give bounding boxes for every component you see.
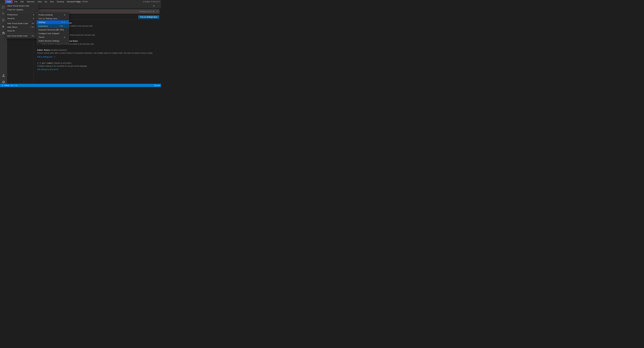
submenu-settings-shortcut: ⌘, [62, 21, 64, 23]
menu-quit[interactable]: Quit Visual Studio Code ⌘Q [6, 34, 38, 38]
setting-git-commit-title: { } git-commit (Applies to all profiles) [37, 62, 158, 64]
tab-more-btn[interactable]: ··· [156, 4, 160, 7]
setting-rulers-link[interactable]: Edit in settings.json [37, 56, 52, 58]
code-menu-dropdown: About Visual Studio Code Check for Updat… [5, 3, 38, 38]
menu-sep-3 [6, 33, 38, 33]
setting-rulers-title: Editor: Rulers (Modified elsewhere) [37, 49, 158, 51]
submenu-theme[interactable]: Theme ▶ [37, 35, 69, 39]
status-warnings: ⚠ 0 [14, 84, 17, 86]
submenu-theme-label: Theme [38, 36, 44, 38]
setting-rulers-desc: Render vertical rulers after a certain n… [37, 52, 158, 54]
clock: Fri Oct 13 4: [151, 1, 160, 2]
status-right: Go Live [154, 84, 160, 86]
setting-rulers-modified: (Modified elsewhere) [50, 49, 67, 51]
sync-button[interactable]: Turn on Settings Sync [138, 15, 159, 19]
search-right: 4 Settings Found ⚙ × [139, 10, 159, 13]
svg-marker-0 [3, 25, 4, 28]
menu-preferences-arrow: ▶ [33, 14, 34, 15]
submenu-profiles[interactable]: Profiles (Default) ▶ [37, 13, 69, 17]
menu-sep-2 [6, 21, 38, 21]
submenu-profiles-label: Profiles (Default) [38, 14, 53, 16]
menu-quit-label: Quit Visual Studio Code [7, 35, 28, 37]
submenu-settings-label: Settings [38, 21, 46, 23]
settings-json-arrow: ← [53, 55, 56, 58]
status-errors: ⊘ 0 [10, 84, 13, 86]
menubar-go[interactable]: Go [44, 0, 48, 3]
menu-hide[interactable]: Hide Visual Studio Code ⌘H [6, 21, 38, 25]
search-count: 4 Settings Found [139, 11, 152, 12]
status-left: ⎇ GitHub ⊘ 0 ⚠ 0 [1, 84, 17, 86]
menubar-run[interactable]: Run [49, 0, 55, 3]
submenu-online-services-label: Online Services Settings [38, 40, 60, 42]
preferences-submenu: Profiles (Default) ▶ Turn on Settings Sy… [36, 12, 69, 43]
layout-icons: ⊡ ⊟ ⊠ ⊞ [143, 1, 150, 3]
submenu-settings-sync[interactable]: Turn on Settings Sync... [37, 17, 69, 20]
apple-icon[interactable] [1, 0, 3, 3]
menubar-selection[interactable]: Selection [26, 0, 36, 3]
submenu-keyboard-shortcuts[interactable]: Keyboard Shortcuts [⌘K ⌘S] [37, 28, 69, 32]
status-branch-icon: ⎇ [1, 84, 3, 86]
menu-hide-others-label: Hide Others [7, 26, 18, 28]
menu-quit-shortcut: ⌘Q [32, 35, 34, 37]
submenu-online-services[interactable]: Online Services Settings [37, 39, 69, 43]
tab-actions: ⊟ ··· [152, 3, 161, 8]
submenu-snippets[interactable]: Configure User Snippets [37, 32, 69, 35]
submenu-settings-close-icon: ⊗ [64, 21, 65, 23]
search-filter-icon[interactable]: ⚙ [152, 10, 155, 13]
search-clear-icon[interactable]: × [156, 10, 158, 13]
setting-git-commit-link[interactable]: Edit settings for git-commit [37, 68, 58, 70]
tab-split-btn[interactable]: ⊟ [152, 4, 156, 7]
menubar-file[interactable]: File [13, 0, 19, 3]
submenu-settings-sync-label: Turn on Settings Sync... [38, 17, 59, 20]
extensions-annotation-arrow: ← [63, 25, 65, 27]
activity-account[interactable] [1, 73, 6, 78]
menu-hide-label: Hide Visual Studio Code [7, 22, 28, 24]
setting-rulers: Editor: Rulers (Modified elsewhere) Rend… [37, 49, 158, 58]
submenu-extensions-label: Extensions [38, 25, 48, 27]
window-title: Settings — GitHub [73, 0, 88, 3]
menu-services-label: Services [7, 17, 15, 19]
setting-git-commit-desc: Configure settings to be overridden for … [37, 65, 158, 67]
code-menu-overlay: About Visual Studio Code Check for Updat… [5, 3, 38, 38]
submenu-extensions[interactable]: Extensions ⇧⌘X ← [37, 24, 69, 28]
status-bar: ⎇ GitHub ⊘ 0 ⚠ 0 Go Live [0, 84, 161, 87]
setting-git-commit: { } git-commit (Applies to all profiles)… [37, 62, 158, 70]
menu-show-all-label: Show All [7, 30, 15, 32]
menu-hide-shortcut: ⌘H [32, 22, 34, 24]
submenu-profiles-arrow: ▶ [64, 14, 65, 16]
menu-hide-others[interactable]: Hide Others ⌥⌘H [6, 25, 38, 29]
menubar: Code File Edit Selection View Go Run Ter… [0, 0, 161, 3]
menu-about-label: About Visual Studio Code [7, 5, 29, 7]
submenu-extensions-shortcut: ⇧⌘X [59, 25, 63, 27]
menu-hide-others-shortcut: ⌥⌘H [30, 26, 34, 28]
menu-services[interactable]: Services ▶ [6, 16, 38, 20]
menu-preferences-label: Preferences [7, 13, 18, 16]
submenu-theme-arrow: ▶ [64, 36, 65, 38]
status-go-live[interactable]: Go Live [154, 84, 160, 86]
menu-preferences[interactable]: Preferences ▶ Profiles (Default) ▶ Turn … [6, 13, 38, 16]
menu-services-arrow: ▶ [33, 17, 34, 19]
menubar-terminal[interactable]: Terminal [56, 0, 65, 3]
menubar-code[interactable]: Code [5, 0, 12, 3]
submenu-settings[interactable]: Settings ⌘, ⊗ [37, 20, 69, 24]
menu-show-all[interactable]: Show All [6, 29, 38, 33]
menu-about[interactable]: About Visual Studio Code [6, 4, 38, 8]
submenu-keyboard-shortcuts-label: Keyboard Shortcuts [⌘K ⌘S] [38, 29, 64, 31]
status-branch-label: GitHub [4, 84, 9, 86]
submenu-snippets-label: Configure User Snippets [38, 32, 60, 34]
menubar-right: ⊡ ⊟ ⊠ ⊞ Fri Oct 13 4: [143, 1, 160, 3]
menu-check-updates[interactable]: Check for Updates... ← [6, 8, 38, 11]
menubar-view[interactable]: View [36, 0, 43, 3]
check-updates-arrow: ← [32, 8, 34, 11]
menubar-edit[interactable]: Edit [19, 0, 25, 3]
submenu-extensions-right: ⇧⌘X ← [59, 25, 65, 27]
menu-check-updates-label: Check for Updates... [7, 8, 25, 11]
